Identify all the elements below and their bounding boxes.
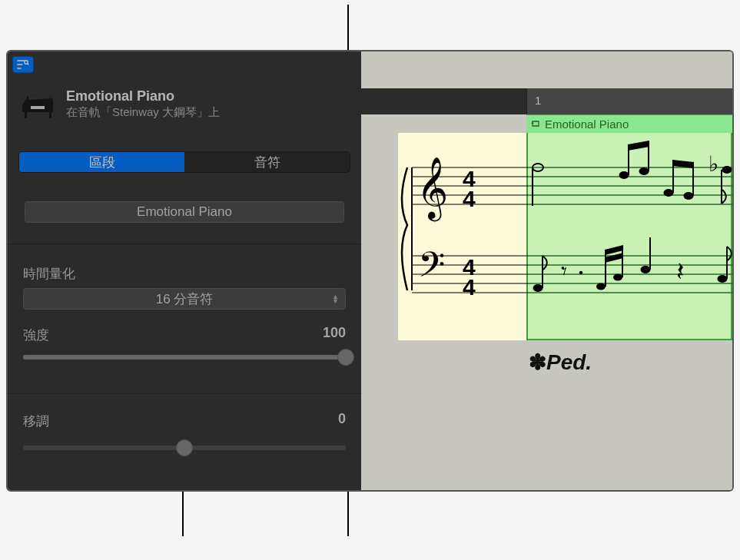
divider (8, 244, 361, 244)
divider (8, 393, 361, 394)
svg-point-38 (722, 166, 732, 174)
svg-point-44 (596, 283, 606, 290)
track-subtitle: 在音軌「Steinway 大鋼琴」上 (66, 105, 350, 120)
region-clip-title: Emotional Piano (545, 118, 629, 131)
svg-point-32 (664, 189, 674, 197)
time-sig-den-treble: 4 (463, 186, 476, 211)
svg-point-28 (639, 167, 649, 175)
svg-rect-2 (49, 112, 51, 118)
quantize-value: 16 分音符 (156, 290, 214, 308)
strength-label: 強度 (23, 326, 49, 344)
strength-slider[interactable] (23, 355, 346, 360)
transpose-value[interactable]: 0 (338, 411, 346, 427)
inspector-tabs: 區段 音符 (18, 151, 350, 173)
score-area: 1 Emotional Piano (361, 51, 732, 490)
svg-point-50 (641, 266, 651, 273)
strength-value[interactable]: 100 (323, 325, 346, 341)
svg-marker-36 (672, 160, 694, 168)
transpose-slider[interactable] (23, 446, 346, 450)
svg-point-45 (613, 274, 622, 281)
track-header: Emotional Piano 在音軌「Steinway 大鋼琴」上 (18, 88, 350, 120)
inspector-panel: Emotional Piano 在音軌「Steinway 大鋼琴」上 區段 音符… (8, 51, 361, 490)
filter-icon (17, 59, 29, 70)
region-name-field[interactable]: Emotional Piano (25, 201, 344, 223)
transpose-label: 移調 (23, 413, 49, 430)
ruler[interactable]: 1 (361, 88, 732, 114)
svg-rect-1 (25, 112, 27, 118)
piano-icon (18, 89, 57, 120)
slider-knob[interactable] (337, 349, 354, 366)
time-sig-den-bass: 4 (463, 274, 476, 300)
loop-icon (531, 120, 540, 129)
tab-note[interactable]: 音符 (184, 152, 350, 172)
treble-clef: 𝄞 (416, 157, 448, 222)
svg-point-27 (619, 171, 629, 179)
music-staff: 𝄞 𝄢 4 4 4 4 (400, 141, 734, 333)
track-name: Emotional Piano (66, 88, 350, 104)
ruler-gutter (361, 88, 526, 114)
editor-window: Emotional Piano 在音軌「Steinway 大鋼琴」上 區段 音符… (6, 50, 734, 492)
svg-marker-31 (628, 141, 649, 151)
ruler-bar-number: 1 (526, 88, 732, 114)
staff-gutter (361, 133, 398, 340)
pedal-marking: ✽Ped. (529, 350, 592, 375)
bass-clef: 𝄢 (418, 245, 445, 293)
slider-fill (23, 355, 346, 360)
slider-knob[interactable] (176, 439, 193, 456)
svg-point-40 (533, 284, 543, 292)
svg-point-43 (579, 271, 583, 275)
region-clip-header[interactable]: Emotional Piano (526, 114, 732, 133)
staff-background[interactable]: 𝄞 𝄢 4 4 4 4 (361, 133, 732, 340)
svg-point-53 (718, 275, 728, 283)
quantize-label: 時間量化 (23, 265, 75, 283)
quantize-popup[interactable]: 16 分音符 ▲▼ (23, 288, 346, 310)
svg-rect-3 (31, 106, 45, 109)
filter-button[interactable] (12, 56, 34, 73)
svg-point-33 (684, 192, 694, 200)
chevron-updown-icon: ▲▼ (332, 294, 339, 303)
svg-text:♭: ♭ (708, 152, 718, 176)
tab-region[interactable]: 區段 (19, 152, 184, 172)
